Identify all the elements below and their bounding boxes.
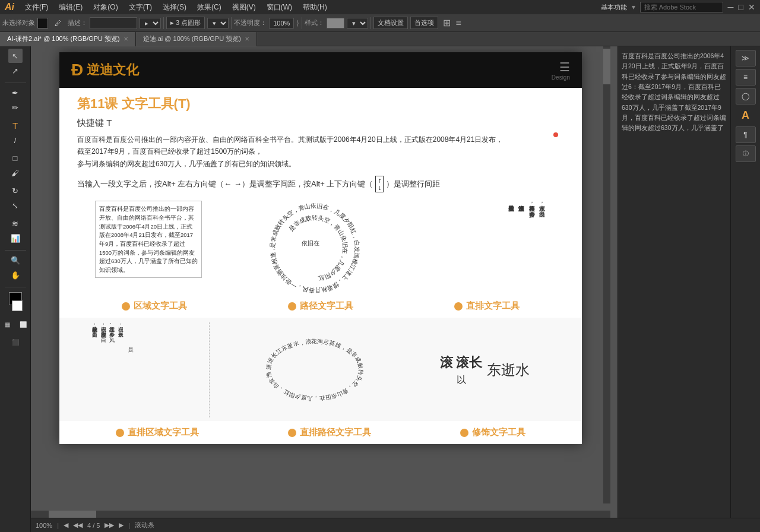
canvas-area: Ð 逆迪文化 ☰ Design 第11课 文字工具(T) 快捷键 T	[31, 46, 618, 518]
bullet-vertical-text	[454, 302, 463, 311]
menu-bar: Ai 文件(F) 编辑(E) 对象(O) 文字(T) 选择(S) 效果(C) 视…	[0, 0, 760, 14]
brand-name: 逆迪文化	[87, 61, 139, 79]
path-text-demo: 是非成败转头空，青山依旧在，几度夕阳红，白发渔樵江渚上，惯看秋月春风，一壶浊酒喜…	[249, 201, 380, 296]
stroke-icon[interactable]: 🖊	[50, 18, 65, 28]
stroke-preview	[90, 17, 137, 29]
prev-btn[interactable]: ◀	[64, 521, 68, 529]
style-preview	[327, 18, 344, 28]
zoom-level[interactable]: 100%	[36, 522, 52, 529]
direct-selection-tool[interactable]: ↗	[8, 64, 23, 78]
opacity-arrows[interactable]: ⟩	[296, 19, 299, 27]
toolbar-arrange-icon[interactable]: ⊞	[443, 17, 451, 28]
tab-nidi[interactable]: 逆迪.ai @ 100% (RGB/GPU 预览) ✕	[136, 32, 257, 46]
warp-tool[interactable]: ≋	[8, 216, 23, 230]
toolbar-more-icon[interactable]: ≡	[455, 18, 461, 28]
text-panel: 百度百科是百度公司推出的2006年4月20日上线，正式版年9月，百度百科已经收录…	[618, 46, 730, 518]
line-tool[interactable]: /	[8, 133, 23, 147]
opacity-value[interactable]: 100%	[269, 18, 294, 28]
hand-tool[interactable]: ✋	[8, 268, 23, 282]
toolbar: 未选择对象 🖊 描述： ▸ ▸ 3 点圆形 ▾ 不透明度： 100% ⟩ 样式：…	[0, 14, 760, 32]
label-path-text: 路径文字工具	[288, 300, 353, 312]
status-divider: |	[57, 522, 59, 529]
hamburger-menu-icon[interactable]: ☰	[559, 60, 570, 74]
background-color[interactable]	[12, 300, 23, 311]
preferences-button[interactable]: 首选项	[410, 17, 438, 29]
workspace-label[interactable]: 基本功能	[601, 3, 627, 12]
desc-line1: 百度百科是百度公司推出的一部内容开放、自由的网络百科全书平台。其测试版于2006…	[77, 134, 564, 145]
scale-tool[interactable]: ⤡	[8, 198, 23, 213]
menu-object[interactable]: 对象(O)	[88, 1, 122, 14]
artboard-tool[interactable]: ⬛	[8, 335, 23, 349]
first-btn[interactable]: ◀◀	[73, 521, 83, 529]
zoom-tool[interactable]: 🔍	[8, 253, 23, 267]
type-tool[interactable]: T	[8, 118, 23, 132]
rotate-tool[interactable]: ↻	[8, 183, 23, 198]
bullet-vert-path	[288, 429, 296, 437]
panel-collapse-btn[interactable]: ≫	[736, 50, 756, 66]
style-dropdown[interactable]: ▾	[347, 18, 368, 28]
points-label[interactable]: ▸ 3 点圆形	[166, 17, 205, 29]
close-button[interactable]: ✕	[748, 2, 755, 12]
doc-settings-button[interactable]: 文档设置	[373, 17, 408, 29]
brush-text-2: 以	[457, 374, 466, 387]
menu-type[interactable]: 文字(T)	[124, 1, 157, 14]
pencil-tool[interactable]: ✏	[8, 100, 23, 115]
last-btn[interactable]: ▶	[119, 521, 124, 529]
svg-text:是非成败转头空，青山依旧在，几度夕阳红: 是非成败转头空，青山依旧在，几度夕阳红	[287, 214, 349, 282]
menu-select[interactable]: 选择(S)	[158, 1, 191, 14]
points-dropdown[interactable]: ▾	[207, 18, 229, 28]
menu-window[interactable]: 窗口(W)	[262, 1, 297, 14]
menu-file[interactable]: 文件(F)	[20, 1, 53, 14]
vertical-scrollbar[interactable]	[603, 46, 610, 504]
view-mode-btn[interactable]: ▦	[1, 317, 15, 331]
bottom-vert-col3: 发雄江上。今多少事，风	[109, 322, 116, 417]
minimize-button[interactable]: ─	[728, 2, 734, 12]
tab-close-1[interactable]: ✕	[124, 36, 128, 42]
tab-close-2[interactable]: ✕	[245, 36, 249, 42]
panel-circle-btn[interactable]: ◯	[736, 88, 756, 104]
tip-text: 当输入一段文字之后，按Alt+ 左右方向键（← →）是调整字间距，按Alt+ 上…	[77, 179, 373, 189]
pen-tool[interactable]: ✒	[8, 86, 23, 100]
horizontal-scrollbar[interactable]	[31, 511, 610, 518]
vertical-text-demo: 旧是非成败转头空 油渔滚滚长江东逝水 橙英喜相逢，古今多少事 江东逝水，白发渔	[428, 201, 546, 284]
path-text-label: 路径文字工具	[300, 300, 353, 312]
label-area-text: 区域文字工具	[122, 300, 187, 312]
panel-char-btn[interactable]: ⓘ	[736, 145, 756, 162]
workspace-dropdown-icon[interactable]: ▾	[632, 3, 635, 11]
panel-para-btn[interactable]: ¶	[736, 126, 756, 143]
tab-ai-course[interactable]: AI-课件2.ai* @ 100% (RGB/GPU 预览) ✕	[0, 32, 136, 46]
warp-tools: ≋ 📊	[8, 216, 23, 245]
stroke-dropdown[interactable]: ▸	[140, 18, 161, 28]
demo-bottom-section: 非成败转头空，青山是 依旧在，几度夕阳红，白 发雄江上。今多少事，风 旧在，长逝…	[59, 318, 582, 421]
tab-bar: AI-课件2.ai* @ 100% (RGB/GPU 预览) ✕ 逆迪.ai @…	[0, 32, 760, 46]
vertical-scroll-thumb[interactable]	[603, 49, 610, 84]
no-selection-label: 未选择对象	[2, 18, 35, 27]
divider2	[231, 17, 232, 29]
desc-line3: 参与词条编辑的网友超过630万人，几乎涵盖了所有已知的知识领域。	[77, 158, 564, 170]
menu-help[interactable]: 帮助(H)	[298, 1, 332, 14]
next-btn[interactable]: ▶▶	[104, 521, 114, 529]
logo-icon: Ð	[71, 61, 83, 80]
menu-edit[interactable]: 编辑(E)	[54, 1, 87, 14]
bottom-label-1: 直排区域文字工具	[128, 427, 199, 438]
stroke-color-swatch[interactable]	[37, 18, 48, 28]
screen-mode-btn[interactable]: ⬜	[16, 317, 30, 331]
panel-list-btn[interactable]: ≡	[736, 69, 756, 86]
graph-tool[interactable]: 📊	[8, 231, 23, 245]
menu-view[interactable]: 视图(V)	[227, 1, 261, 14]
area-text-demo: 百度百科是百度公司推出的一部内容开放、自由的网络百科全书平台，其测试版于2006…	[95, 201, 202, 278]
paintbrush-tool[interactable]: 🖌	[8, 166, 23, 180]
desc-line2: 截至2017年9月，百度百科已经收录了超过1500万的词条，	[77, 145, 564, 157]
menu-effect[interactable]: 效果(C)	[192, 1, 226, 14]
maximize-button[interactable]: □	[739, 2, 743, 12]
adobe-stock-search[interactable]	[640, 2, 723, 12]
shape-tools: □ 🖌	[8, 151, 23, 180]
horizontal-scroll-thumb[interactable]	[49, 511, 96, 518]
brush-text-3: 东逝水	[487, 360, 530, 379]
vert-col3: 橙英喜相逢，古今多少事	[528, 201, 536, 284]
shortcut-text: 快捷键 T	[77, 118, 112, 128]
style-label: 样式：	[305, 18, 324, 27]
selection-tool[interactable]: ↖	[8, 49, 23, 63]
artboard-header: Ð 逆迪文化 ☰ Design	[59, 52, 582, 88]
rectangle-tool[interactable]: □	[8, 151, 23, 165]
